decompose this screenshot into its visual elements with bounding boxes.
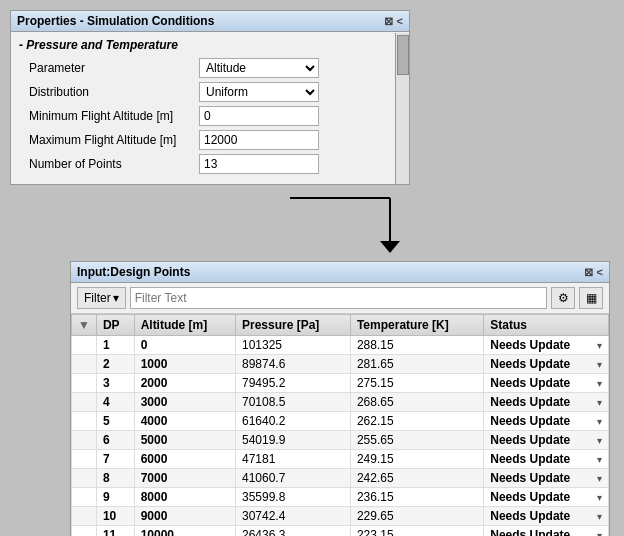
design-panel: Input:Design Points ⊠ < Filter ▾ ⚙ ▦ ▼ D… (70, 261, 610, 536)
status-text: Needs Update (490, 433, 570, 447)
columns-icon-button[interactable]: ▦ (579, 287, 603, 309)
properties-panel: Properties - Simulation Conditions ⊠ < P… (10, 10, 410, 185)
row-status: Needs Update ▾ (484, 507, 609, 526)
status-dropdown-arrow[interactable]: ▾ (597, 492, 602, 503)
design-panel-title: Input:Design Points ⊠ < (71, 262, 609, 283)
properties-title-text: Properties - Simulation Conditions (17, 14, 214, 28)
parameter-row: Parameter Altitude (19, 58, 401, 78)
design-title-text: Input:Design Points (77, 265, 190, 279)
filter-text-input[interactable] (130, 287, 547, 309)
row-dp: 10 (96, 507, 134, 526)
row-altitude: 2000 (134, 374, 235, 393)
row-filter-cell (72, 412, 97, 431)
row-temperature: 229.65 (350, 507, 483, 526)
pressure-header: Pressure [Pa] (235, 315, 350, 336)
status-dropdown-arrow[interactable]: ▾ (597, 397, 602, 408)
row-status: Needs Update ▾ (484, 431, 609, 450)
table-row: 3 2000 79495.2 275.15 Needs Update ▾ (72, 374, 609, 393)
design-close-icon[interactable]: ⊠ (584, 266, 593, 279)
temperature-header: Temperature [K] (350, 315, 483, 336)
parameter-value: Altitude (199, 58, 401, 78)
parameter-select[interactable]: Altitude (199, 58, 319, 78)
distribution-select[interactable]: Uniform (199, 82, 319, 102)
min-altitude-row: Minimum Flight Altitude [m] (19, 106, 401, 126)
status-text: Needs Update (490, 395, 570, 409)
status-dropdown-arrow[interactable]: ▾ (597, 359, 602, 370)
status-text: Needs Update (490, 509, 570, 523)
row-dp: 7 (96, 450, 134, 469)
max-altitude-row: Maximum Flight Altitude [m] (19, 130, 401, 150)
status-dropdown-arrow[interactable]: ▾ (597, 454, 602, 465)
close-icon[interactable]: ⊠ (384, 15, 393, 28)
row-altitude: 4000 (134, 412, 235, 431)
row-filter-cell (72, 526, 97, 537)
section-header: Pressure and Temperature (19, 38, 401, 52)
status-text: Needs Update (490, 338, 570, 352)
status-text: Needs Update (490, 452, 570, 466)
scrollbar-thumb (397, 35, 409, 75)
row-temperature: 262.15 (350, 412, 483, 431)
row-status: Needs Update ▾ (484, 374, 609, 393)
row-dp: 6 (96, 431, 134, 450)
status-dropdown-arrow[interactable]: ▾ (597, 435, 602, 446)
max-altitude-value (199, 130, 401, 150)
row-filter-cell (72, 336, 97, 355)
status-text: Needs Update (490, 376, 570, 390)
row-altitude: 8000 (134, 488, 235, 507)
row-pressure: 61640.2 (235, 412, 350, 431)
settings-icon: ⚙ (558, 291, 569, 305)
row-temperature: 249.15 (350, 450, 483, 469)
row-temperature: 275.15 (350, 374, 483, 393)
properties-scrollbar[interactable] (395, 33, 409, 184)
row-pressure: 47181 (235, 450, 350, 469)
min-altitude-input[interactable] (199, 106, 319, 126)
toolbar: Filter ▾ ⚙ ▦ (71, 283, 609, 314)
distribution-row: Distribution Uniform (19, 82, 401, 102)
table-row: 1 0 101325 288.15 Needs Update ▾ (72, 336, 609, 355)
arrow-graphic (290, 193, 450, 253)
arrow-container (10, 193, 614, 253)
row-dp: 2 (96, 355, 134, 374)
table-row: 8 7000 41060.7 242.65 Needs Update ▾ (72, 469, 609, 488)
status-dropdown-arrow[interactable]: ▾ (597, 511, 602, 522)
row-filter-cell (72, 469, 97, 488)
status-dropdown-arrow[interactable]: ▾ (597, 473, 602, 484)
design-expand-icon[interactable]: < (597, 266, 603, 278)
min-altitude-value (199, 106, 401, 126)
altitude-header: Altitude [m] (134, 315, 235, 336)
row-dp: 4 (96, 393, 134, 412)
status-dropdown-arrow[interactable]: ▾ (597, 378, 602, 389)
expand-icon[interactable]: < (397, 15, 403, 27)
settings-icon-button[interactable]: ⚙ (551, 287, 575, 309)
row-status: Needs Update ▾ (484, 336, 609, 355)
design-table: ▼ DP Altitude [m] Pressure [Pa] Temperat… (71, 314, 609, 536)
status-dropdown-arrow[interactable]: ▾ (597, 340, 602, 351)
row-altitude: 3000 (134, 393, 235, 412)
status-dropdown-arrow[interactable]: ▾ (597, 530, 602, 537)
filter-dropdown-arrow[interactable]: ▾ (113, 291, 119, 305)
row-filter-cell (72, 393, 97, 412)
row-status: Needs Update ▾ (484, 450, 609, 469)
distribution-label: Distribution (29, 85, 199, 99)
status-text: Needs Update (490, 414, 570, 428)
row-status: Needs Update ▾ (484, 469, 609, 488)
parameter-label: Parameter (29, 61, 199, 75)
max-altitude-input[interactable] (199, 130, 319, 150)
row-pressure: 70108.5 (235, 393, 350, 412)
row-filter-cell (72, 355, 97, 374)
row-pressure: 54019.9 (235, 431, 350, 450)
row-status: Needs Update ▾ (484, 488, 609, 507)
row-dp: 1 (96, 336, 134, 355)
filter-button[interactable]: Filter ▾ (77, 287, 126, 309)
table-row: 7 6000 47181 249.15 Needs Update ▾ (72, 450, 609, 469)
num-points-input[interactable] (199, 154, 319, 174)
status-dropdown-arrow[interactable]: ▾ (597, 416, 602, 427)
row-dp: 5 (96, 412, 134, 431)
row-temperature: 242.65 (350, 469, 483, 488)
row-temperature: 281.65 (350, 355, 483, 374)
row-status: Needs Update ▾ (484, 393, 609, 412)
num-points-value (199, 154, 401, 174)
row-temperature: 288.15 (350, 336, 483, 355)
table-row: 4 3000 70108.5 268.65 Needs Update ▾ (72, 393, 609, 412)
title-icons: ⊠ < (384, 15, 403, 28)
